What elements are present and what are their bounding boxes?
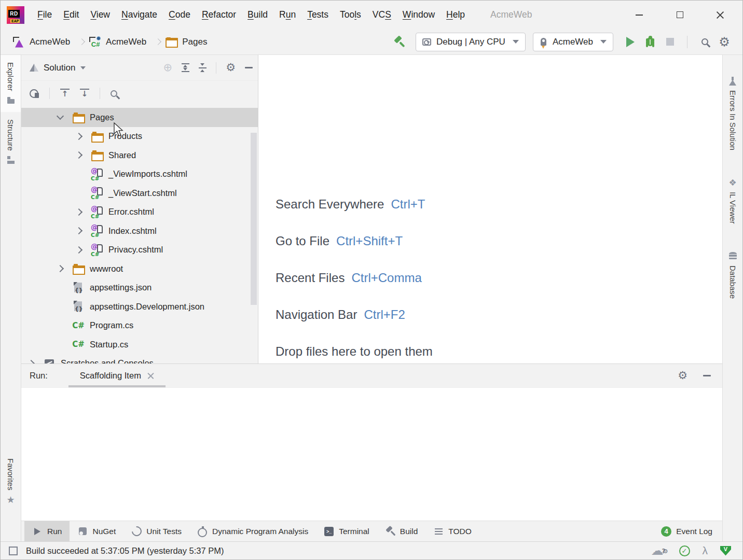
menu-item[interactable]: View (85, 6, 116, 23)
tool-window-button[interactable]: Build (377, 521, 425, 541)
tool-stripe-button[interactable]: Explorer (1, 55, 21, 112)
chevron-icon[interactable] (57, 265, 64, 272)
tree-item[interactable]: Scratches and Consoles (21, 354, 258, 364)
menu-item[interactable]: Refactor (196, 6, 242, 23)
chevron-icon[interactable] (75, 133, 82, 140)
shield-v-icon[interactable]: V (720, 546, 731, 556)
tree-item[interactable]: appsettings.json (21, 278, 258, 298)
tool-window-button[interactable]: Terminal (316, 521, 377, 541)
chevron-icon[interactable] (75, 227, 82, 234)
editor-area[interactable]: Search Everywhere Ctrl+T Go to File Ctrl… (258, 55, 722, 363)
search-everywhere-button[interactable] (696, 33, 713, 51)
menu-item[interactable]: Run (273, 6, 301, 23)
maximize-button[interactable] (673, 8, 686, 22)
rider-logo-icon: RD EAP (7, 6, 24, 24)
tool-stripe-icon (6, 495, 16, 504)
menu-item[interactable]: File (32, 6, 58, 23)
tree-item[interactable]: Program.cs (21, 316, 258, 335)
search-icon (701, 38, 708, 45)
tree-item[interactable]: Error.cshtml (21, 203, 258, 222)
solution-configuration-select[interactable]: Debug | Any CPU (416, 33, 526, 51)
chevron-icon[interactable] (27, 360, 35, 363)
explorer-view-selector[interactable]: Solution (44, 63, 75, 73)
tree-item[interactable]: Shared (21, 146, 258, 165)
tool-window-button[interactable]: Unit Tests (123, 521, 189, 541)
menu-item[interactable]: Build (242, 6, 273, 23)
collapse-all-icon[interactable] (199, 63, 207, 72)
lambda-icon[interactable]: λ (703, 544, 708, 557)
chevron-icon[interactable] (57, 113, 64, 120)
menu-item-label: avigate (128, 9, 157, 20)
tool-window-button[interactable]: TODO (425, 521, 479, 541)
locate-file-icon[interactable]: ⊕ (163, 62, 173, 73)
breadcrumb-item[interactable]: Pages (166, 36, 212, 48)
always-select-opened-file-icon[interactable] (30, 89, 39, 98)
search-tree-icon[interactable] (111, 90, 117, 97)
menu-item-label: dit (70, 9, 79, 20)
tool-stripe-button[interactable]: Structure (1, 112, 21, 172)
tool-stripe-button[interactable]: Database (723, 245, 742, 306)
toolwindow-toggle-icon[interactable] (9, 547, 18, 555)
chevron-icon[interactable] (75, 208, 82, 216)
gear-icon[interactable]: ⚙ (678, 370, 687, 381)
run-tab-scaffolding-item[interactable]: Scaffolding Item (68, 364, 166, 387)
menu-item-mnemonic: S (385, 9, 391, 20)
left-tool-stripe: Explorer Structure Favorites (1, 55, 21, 541)
tree-item[interactable]: Privacy.cshtml (21, 241, 258, 260)
tool-window-button[interactable]: Dynamic Program Analysis (189, 521, 316, 541)
menu-item[interactable]: Edit (58, 6, 85, 23)
menu-item-label: iew (97, 9, 110, 20)
run-configuration-label: AcmeWeb (553, 37, 593, 47)
expand-all-icon[interactable] (182, 63, 189, 72)
file-type-icon (91, 206, 103, 218)
tool-stripe-button[interactable]: Errors In Solution (723, 69, 742, 158)
debug-button[interactable] (641, 33, 659, 51)
scroll-to-source-down-icon[interactable]: ↓ (80, 89, 89, 98)
minimize-button[interactable] (632, 8, 646, 22)
tree-item[interactable]: Pages (21, 108, 258, 127)
run-panel-content[interactable] (21, 387, 722, 521)
close-tab-icon[interactable] (147, 372, 154, 379)
tree-item[interactable]: Products (21, 127, 258, 146)
build-hammer-icon[interactable] (393, 36, 405, 48)
menu-item[interactable]: Tools (334, 6, 367, 23)
menu-item[interactable]: VCS (367, 6, 397, 23)
menu-item[interactable]: Tests (301, 6, 334, 23)
tree-item[interactable]: Index.cshtml (21, 221, 258, 241)
menu-item[interactable]: Window (397, 6, 441, 23)
chevron-down-icon[interactable] (80, 66, 86, 69)
chevron-icon[interactable] (75, 151, 82, 159)
breadcrumb-item[interactable]: AcmeWeb (89, 36, 166, 48)
tool-stripe-button[interactable]: IL Viewer (723, 171, 742, 231)
tree-item[interactable]: wwwroot (21, 259, 258, 278)
tool-window-button[interactable]: Run (24, 521, 70, 541)
stop-button[interactable] (661, 33, 679, 51)
tool-window-button[interactable]: NuGet (70, 521, 123, 541)
menu-item-label: elp (453, 9, 465, 20)
tool-stripe-button[interactable]: Favorites (1, 451, 21, 511)
hide-panel-icon[interactable] (703, 375, 711, 376)
tree-item[interactable]: Startup.cs (21, 335, 258, 354)
tool-window-button-label: Dynamic Program Analysis (212, 527, 308, 536)
menu-item[interactable]: Navigate (116, 6, 163, 23)
menu-item[interactable]: Code (163, 6, 196, 23)
tree-scrollbar[interactable] (251, 133, 257, 305)
tree-item[interactable]: _ViewImports.cshtml (21, 165, 258, 184)
run-configuration-select[interactable]: AcmeWeb (533, 33, 613, 51)
close-button[interactable] (713, 8, 727, 22)
gear-icon[interactable]: ⚙ (226, 62, 236, 73)
tool-stripe-icon (727, 178, 738, 187)
tree-item[interactable]: appsettings.Development.json (21, 297, 258, 316)
cloud-question-icon[interactable]: ☁?⚙ (651, 545, 667, 556)
chevron-icon[interactable] (75, 246, 82, 254)
settings-button[interactable]: ⚙ (716, 33, 733, 51)
menu-item-label: efactor (209, 9, 237, 20)
run-button[interactable] (622, 33, 639, 51)
scroll-to-source-up-icon[interactable]: ↑ (60, 89, 70, 98)
menu-item[interactable]: Help (441, 6, 471, 23)
breadcrumb-item[interactable]: AcmeWeb (13, 36, 89, 48)
tree-item[interactable]: _ViewStart.cshtml (21, 184, 258, 203)
inspections-ok-icon[interactable]: ✓ (679, 545, 690, 556)
event-log-button[interactable]: 4 Event Log (653, 521, 720, 541)
hide-panel-icon[interactable] (245, 67, 253, 68)
